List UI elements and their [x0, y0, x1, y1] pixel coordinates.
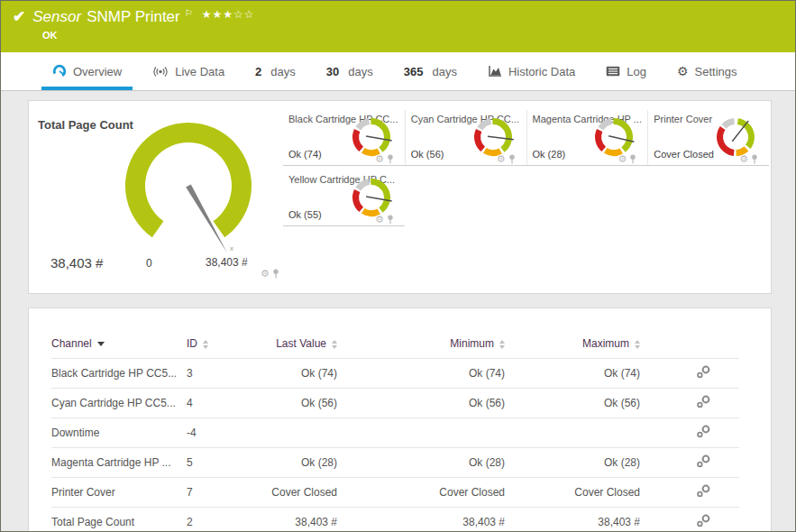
sort-both-icon — [499, 340, 505, 349]
cell-id: -4 — [187, 418, 263, 448]
mini-gauge-actions: ⚙ — [375, 215, 394, 225]
mini-gauge — [351, 177, 392, 218]
mini-gauge — [351, 116, 392, 158]
tab-label: Historic Data — [508, 65, 575, 78]
tab-number: 2 — [255, 65, 261, 78]
cell-actions — [640, 418, 739, 448]
tab-live-data[interactable]: Live Data — [137, 52, 240, 90]
cell-max: Cover Closed — [505, 478, 640, 508]
tab-label: Live Data — [175, 65, 224, 78]
mini-gauge — [593, 116, 635, 158]
gauge-icon — [52, 64, 67, 78]
table-row[interactable]: Magenta Cartridge HP ...5Ok (28)Ok (28)O… — [51, 448, 739, 478]
cell-id: 2 — [187, 508, 263, 532]
column-header-id[interactable]: ID — [187, 332, 263, 359]
column-header-max[interactable]: Maximum — [505, 332, 640, 359]
cell-max: 38,403 # — [505, 508, 640, 532]
cell-channel: Total Page Count — [51, 508, 187, 532]
mini-gauge-value: Ok (56) — [411, 149, 444, 160]
cell-channel: Cyan Cartridge HP CC5... — [51, 389, 187, 418]
tab-overview[interactable]: Overview — [37, 52, 137, 90]
column-header-channel[interactable]: Channel — [51, 332, 187, 359]
tab-label: days — [432, 65, 456, 78]
cell-min: 38,403 # — [337, 508, 505, 532]
gear-icon[interactable]: ⚙ — [261, 269, 270, 279]
mini-gauge-value: Ok (55) — [288, 209, 322, 220]
tab-bar: OverviewLive Data2days30days365daysHisto… — [1, 52, 795, 91]
mini-gauge-value: Ok (74) — [288, 149, 322, 160]
prtg-sensor-window: { "header": { "kind_label": "Sensor", "s… — [0, 0, 796, 532]
column-header-last[interactable]: Last Value — [263, 332, 337, 359]
cell-last: 38,403 # — [263, 508, 337, 532]
cell-last: Ok (74) — [263, 359, 337, 389]
pin-icon[interactable] — [629, 154, 636, 164]
cell-last — [263, 418, 337, 448]
cell-last: Ok (28) — [263, 448, 337, 478]
tab-label: Log — [627, 65, 646, 78]
needle-peak-marker: x — [230, 244, 233, 252]
table-row[interactable]: Black Cartridge HP CC5...3Ok (74)Ok (74)… — [51, 359, 739, 389]
table-row[interactable]: Total Page Count238,403 #38,403 #38,403 … — [51, 508, 739, 532]
tab-log[interactable]: Log — [590, 52, 662, 90]
chart-icon — [488, 65, 502, 78]
cell-actions — [640, 389, 739, 418]
cell-max: Ok (28) — [505, 448, 640, 478]
gear-icon[interactable]: ⚙ — [739, 154, 748, 164]
table-row[interactable]: Downtime-4 — [51, 418, 739, 448]
column-label: Last Value — [276, 337, 326, 350]
mini-gauge-cell[interactable]: Cyan Cartridge HP CC...Ok (56)⚙ — [405, 110, 526, 166]
cell-actions — [640, 359, 739, 389]
tab-settings[interactable]: ⚙Settings — [662, 52, 753, 90]
cell-actions — [640, 508, 739, 532]
pin-icon[interactable] — [751, 154, 758, 164]
gear-icon: ⚙ — [677, 65, 689, 78]
pin-icon[interactable] — [508, 154, 516, 164]
gear-icon[interactable]: ⚙ — [497, 154, 506, 164]
main-gauge-actions: ⚙ — [261, 269, 279, 279]
mini-gauge-value: Ok (28) — [533, 149, 566, 160]
tab-2-days[interactable]: 2days — [240, 52, 311, 90]
pin-icon[interactable] — [387, 154, 394, 164]
cell-channel: Black Cartridge HP CC5... — [51, 359, 187, 389]
table-row[interactable]: Cyan Cartridge HP CC5...4Ok (56)Ok (56)O… — [51, 389, 739, 418]
pin-icon[interactable] — [272, 269, 279, 279]
broadcast-icon — [152, 66, 169, 78]
cell-max — [505, 418, 640, 448]
mini-gauge-cell[interactable]: Black Cartridge HP CC...Ok (74)⚙ — [283, 110, 405, 166]
log-icon — [606, 66, 620, 77]
table-header-row: ChannelIDLast ValueMinimumMaximum — [51, 332, 739, 359]
channel-settings-icon[interactable] — [696, 514, 711, 527]
sensor-header-bar: ✔ Sensor SNMP Printer ⚐ ★★★☆☆ OK — [1, 1, 795, 52]
channel-settings-icon[interactable] — [696, 484, 711, 498]
column-label: ID — [187, 337, 197, 350]
channel-settings-icon[interactable] — [696, 365, 711, 379]
channel-settings-icon[interactable] — [696, 454, 711, 468]
gauges-panel: Total Page Count x 38,403 # 0 38,403 # ⚙… — [28, 100, 772, 294]
priority-flag-icon[interactable]: ⚐ — [185, 8, 193, 18]
gear-icon[interactable]: ⚙ — [375, 154, 384, 164]
tab-365-days[interactable]: 365days — [389, 52, 472, 90]
column-label: Maximum — [582, 337, 629, 350]
gear-icon[interactable]: ⚙ — [618, 154, 627, 164]
mini-gauge-actions: ⚙ — [497, 154, 516, 164]
tab-label: Settings — [695, 65, 737, 78]
cell-max: Ok (74) — [505, 359, 640, 389]
tab-30-days[interactable]: 30days — [311, 52, 389, 90]
channel-settings-icon[interactable] — [696, 425, 711, 438]
cell-min — [337, 418, 505, 448]
cell-last: Cover Closed — [263, 478, 337, 508]
mini-gauge-cell[interactable]: Printer CoverCover Closed⚙ — [647, 110, 769, 166]
table-row[interactable]: Printer Cover7Cover ClosedCover ClosedCo… — [51, 478, 739, 508]
mini-gauge-cell[interactable]: Yellow Cartridge HP C...Ok (55)⚙ — [283, 170, 405, 226]
sensor-name: SNMP Printer — [87, 8, 180, 26]
channel-settings-icon[interactable] — [696, 395, 711, 408]
column-header-min[interactable]: Minimum — [337, 332, 505, 359]
cell-id: 4 — [187, 389, 263, 418]
mini-gauge-cell[interactable]: Magenta Cartridge HP ...Ok (28)⚙ — [526, 110, 648, 166]
tab-historic-data[interactable]: Historic Data — [472, 52, 590, 90]
pin-icon[interactable] — [387, 215, 394, 225]
main-gauge: x — [103, 114, 274, 258]
channel-table-panel: ChannelIDLast ValueMinimumMaximumBlack C… — [28, 307, 772, 532]
favorite-rating-stars[interactable]: ★★★☆☆ — [202, 8, 255, 21]
gear-icon[interactable]: ⚙ — [375, 215, 384, 225]
